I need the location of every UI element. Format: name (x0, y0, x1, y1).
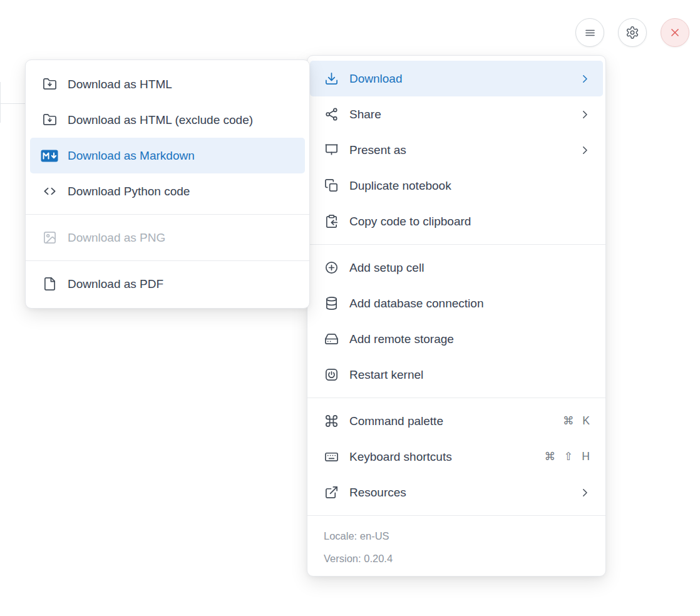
menu-item-label: Add database connection (349, 297, 590, 311)
hamburger-icon (584, 26, 597, 39)
page-edge-line-horizontal (0, 103, 26, 104)
menu-item-keyboard-shortcuts[interactable]: Keyboard shortcuts ⌘ ⇧ H (307, 439, 605, 475)
shortcut-hint: ⌘ ⇧ H (544, 450, 590, 463)
menu-item-label: Command palette (349, 414, 552, 428)
presentation-icon (324, 143, 339, 158)
menu-item-share[interactable]: Share (307, 96, 605, 132)
menu-item-label: Download Python code (68, 185, 294, 198)
file-icon (42, 277, 57, 292)
plus-circle-icon (324, 260, 339, 275)
image-icon (42, 230, 57, 245)
menu-item-label: Download as Markdown (68, 149, 294, 163)
menu-divider (307, 515, 605, 516)
menu-item-add-remote-storage[interactable]: Add remote storage (307, 321, 605, 357)
menu-item-duplicate-notebook[interactable]: Duplicate notebook (307, 168, 605, 203)
menu-item-label: Present as (349, 143, 569, 157)
chevron-right-icon (579, 109, 590, 120)
menu-item-command-palette[interactable]: Command palette ⌘ K (307, 403, 605, 439)
menu-item-download-as-html-exclude-code[interactable]: Download as HTML (exclude code) (26, 102, 309, 138)
external-link-icon (324, 485, 339, 500)
menu-item-label: Restart kernel (349, 368, 590, 382)
menu-item-present-as[interactable]: Present as (307, 132, 605, 168)
menu-item-label: Add remote storage (349, 332, 590, 346)
menu-divider (26, 214, 309, 215)
chevron-right-icon (579, 487, 590, 498)
menu-divider (307, 398, 605, 398)
menu-item-label: Resources (349, 486, 569, 500)
download-icon (324, 71, 339, 86)
menu-item-download-python-code[interactable]: Download Python code (26, 173, 309, 209)
menu-item-download-as-pdf[interactable]: Download as PDF (26, 266, 309, 302)
download-submenu: Download as HTML Download as HTML (exclu… (25, 59, 310, 309)
menu-item-label: Share (349, 108, 569, 121)
page-edge-line-vertical (0, 82, 1, 123)
menu-item-label: Copy code to clipboard (349, 215, 590, 228)
menu-item-label: Download as HTML (exclude code) (68, 113, 294, 127)
menu-item-label: Download as PNG (68, 231, 294, 245)
menu-item-label: Add setup cell (349, 261, 590, 275)
menu-item-label: Keyboard shortcuts (349, 450, 533, 464)
settings-button[interactable] (618, 18, 647, 47)
markdown-icon (41, 148, 58, 163)
menu-item-copy-code[interactable]: Copy code to clipboard (307, 203, 605, 239)
power-icon (324, 367, 339, 382)
menu-item-download-as-markdown[interactable]: Download as Markdown (30, 138, 305, 173)
share-icon (324, 107, 339, 122)
keyboard-icon (324, 449, 339, 465)
menu-item-download-as-html[interactable]: Download as HTML (26, 66, 309, 102)
chevron-right-icon (579, 145, 590, 156)
chevron-right-icon (579, 73, 590, 85)
folder-download-icon (42, 113, 57, 128)
close-button[interactable] (661, 18, 689, 47)
command-icon (324, 414, 339, 429)
menu-item-download[interactable]: Download (310, 61, 603, 96)
clipboard-copy-icon (324, 214, 339, 229)
menu-item-download-as-png: Download as PNG (26, 220, 309, 255)
locale-text: Locale: en-US (324, 530, 589, 543)
menu-item-label: Download as HTML (68, 78, 294, 91)
gear-icon (625, 26, 639, 39)
menu-item-label: Duplicate notebook (349, 179, 590, 193)
notebook-actions-menu: Download Share Present as (307, 55, 606, 577)
menu-item-restart-kernel[interactable]: Restart kernel (307, 357, 605, 393)
menu-item-label: Download as PDF (68, 277, 294, 291)
hard-drive-icon (324, 332, 339, 347)
shortcut-hint: ⌘ K (563, 414, 590, 428)
folder-download-icon (42, 77, 57, 92)
notebook-menu-button[interactable] (575, 18, 604, 47)
menu-item-add-setup-cell[interactable]: Add setup cell (307, 250, 605, 285)
menu-divider (307, 244, 605, 245)
menu-item-label: Download (349, 72, 569, 86)
menu-footer: Locale: en-US Version: 0.20.4 (307, 521, 605, 571)
version-text: Version: 0.20.4 (324, 552, 589, 565)
database-icon (324, 296, 339, 311)
menu-item-add-database-connection[interactable]: Add database connection (307, 285, 605, 321)
menu-item-resources[interactable]: Resources (307, 475, 605, 510)
duplicate-icon (324, 178, 339, 193)
x-icon (669, 26, 681, 39)
menu-divider (26, 260, 309, 261)
code-icon (42, 184, 57, 199)
